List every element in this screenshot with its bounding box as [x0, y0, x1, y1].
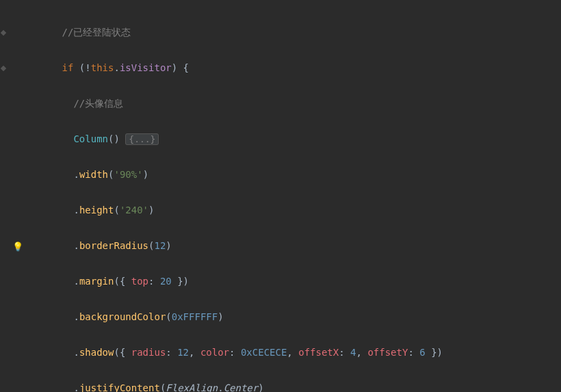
- code-line: //已经登陆状态: [27, 23, 561, 41]
- intention-bulb-icon[interactable]: 💡: [12, 238, 22, 248]
- code-line: .shadow({ radius: 12, color: 0xCECECE, o…: [27, 343, 561, 361]
- enum-member: Center: [224, 382, 259, 392]
- function-call: Column: [73, 133, 108, 144]
- number-literal: 4: [350, 347, 356, 358]
- number-literal: 20: [160, 276, 172, 287]
- object-key: radius: [131, 347, 166, 358]
- method: width: [79, 169, 108, 180]
- code-line: //头像信息: [27, 94, 561, 112]
- method: margin: [79, 276, 114, 287]
- method: justifyContent: [79, 382, 160, 392]
- object-key: top: [131, 276, 148, 287]
- enum-type: FlexAlign: [166, 382, 218, 392]
- gutter-fold-marker[interactable]: [1, 66, 6, 71]
- number-literal: 12: [177, 347, 189, 358]
- folded-region[interactable]: {...}: [125, 133, 159, 145]
- method: backgroundColor: [79, 311, 166, 322]
- property: isVisitor: [120, 62, 172, 73]
- object-key: color: [200, 347, 229, 358]
- comment: //头像信息: [73, 98, 123, 109]
- string-literal: '90%': [114, 169, 142, 180]
- code-line: .margin({ top: 20 }): [27, 272, 561, 290]
- method: height: [79, 205, 114, 215]
- code-editor[interactable]: //已经登陆状态 if (!this.isVisitor) { //头像信息 C…: [27, 0, 561, 392]
- code-line: .height('240'): [27, 201, 561, 219]
- code-line: .borderRadius(12): [27, 237, 561, 254]
- object-key: offsetX: [298, 347, 339, 358]
- number-literal: 0xCECECE: [241, 347, 287, 358]
- gutter-fold-marker[interactable]: [1, 30, 6, 36]
- object-key: offsetY: [367, 347, 408, 358]
- number-literal: 12: [154, 240, 166, 251]
- method: borderRadius: [79, 240, 148, 251]
- number-literal: 0xFFFFFF: [172, 311, 218, 322]
- code-line: .backgroundColor(0xFFFFFF): [27, 308, 561, 326]
- keyword-this: this: [91, 62, 114, 73]
- method: shadow: [79, 347, 114, 358]
- code-line: if (!this.isVisitor) {: [27, 59, 561, 77]
- code-line: .width('90%'): [27, 166, 561, 183]
- comment: //已经登陆状态: [62, 27, 131, 38]
- editor-gutter: 💡: [0, 0, 27, 392]
- code-line: .justifyContent(FlexAlign.Center): [27, 379, 561, 392]
- number-literal: 6: [419, 347, 425, 358]
- string-literal: '240': [120, 205, 148, 215]
- keyword-if: if: [62, 62, 74, 73]
- code-line: Column() {...}: [27, 130, 561, 148]
